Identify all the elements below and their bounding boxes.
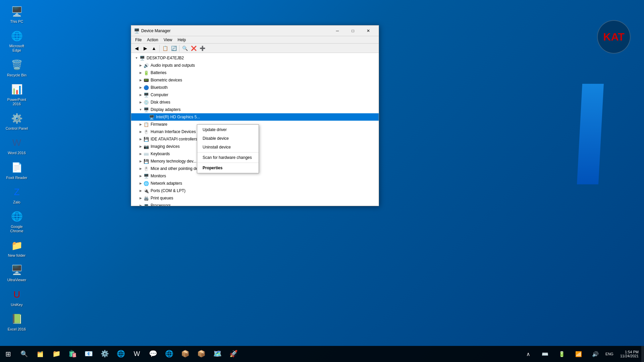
biometric-expander: ▶ bbox=[138, 77, 143, 83]
taskbar-app-store[interactable]: 🛍️ bbox=[64, 346, 80, 362]
menu-view[interactable]: View bbox=[161, 36, 175, 44]
desktop-icon-excel[interactable]: 📗 Excel 2016 bbox=[3, 311, 30, 333]
desktop-icon-google-chrome[interactable]: 🌐 Google Chrome bbox=[3, 208, 30, 235]
ctx-sep1 bbox=[197, 152, 259, 153]
desktop-icon-ultraviewer[interactable]: 🖥️ UltraViewer bbox=[3, 262, 30, 284]
desktop-icon-microsoft-edge[interactable]: 🌐 Microsoft Edge bbox=[3, 28, 30, 54]
tree-item-computer[interactable]: ▶ 🖥️ Computer bbox=[131, 91, 379, 99]
new-folder-icon: 📁 bbox=[10, 239, 23, 252]
taskbar-task-view[interactable]: 🗂️ bbox=[32, 346, 48, 362]
tree-item-monitors[interactable]: ▶ 🖥️ Monitors bbox=[131, 172, 379, 180]
display-label: Display adapters bbox=[151, 107, 180, 112]
taskbar-app-rocket[interactable]: 🚀 bbox=[225, 346, 241, 362]
tree-item-ports[interactable]: ▶ 🔌 Ports (COM & LPT) bbox=[131, 187, 379, 194]
excel-icon: 📗 bbox=[10, 312, 23, 326]
intel-icon: 🖥️ bbox=[149, 114, 155, 120]
desktop-icon-zalo[interactable]: Z Zalo bbox=[3, 184, 30, 206]
print-label: Print queues bbox=[151, 196, 173, 200]
taskbar-app-pkg1[interactable]: 📦 bbox=[177, 346, 193, 362]
show-desktop-button[interactable] bbox=[641, 346, 644, 362]
taskbar-app-edge[interactable]: 🌐 bbox=[113, 346, 129, 362]
minimize-button[interactable]: ─ bbox=[330, 25, 345, 36]
powerpoint-icon: 📊 bbox=[10, 83, 23, 96]
tree-root[interactable]: ▼ 🖥️ DESKTOP-E47EJB2 bbox=[131, 54, 379, 62]
maximize-button[interactable]: □ bbox=[345, 25, 361, 36]
toolbar-scan[interactable]: 🔍 bbox=[181, 44, 189, 52]
menu-action[interactable]: Action bbox=[144, 36, 161, 44]
display-icon: 🖥️ bbox=[143, 107, 149, 113]
ctx-uninstall-device[interactable]: Uninstall device bbox=[197, 143, 259, 152]
tree-item-bluetooth[interactable]: ▶ 🔵 Bluetooth bbox=[131, 84, 379, 91]
taskbar-clock[interactable]: 1:54 PM 11/24/2021 bbox=[618, 350, 641, 358]
control-panel-icon: ⚙️ bbox=[10, 112, 23, 125]
tree-item-processors[interactable]: ▶ 💻 Processors bbox=[131, 202, 379, 206]
desktop-icon-word[interactable]: W Word 2016 bbox=[3, 135, 30, 157]
kat-logo: KAT bbox=[597, 20, 631, 54]
tree-item-intel-hd[interactable]: 🖥️ Intel(R) HD Graphics 5... bbox=[131, 113, 379, 121]
desktop-icon-new-folder[interactable]: 📁 New folder bbox=[3, 237, 30, 259]
desktop-icon-foxit[interactable]: 📄 Foxit Reader bbox=[3, 160, 30, 181]
word-icon: W bbox=[10, 136, 23, 149]
tray-show-hidden[interactable]: ∧ bbox=[520, 346, 536, 362]
tree-item-network[interactable]: ▶ 🌐 Network adapters bbox=[131, 180, 379, 187]
desktop-icon-this-pc[interactable]: 🖥️ This PC bbox=[3, 3, 30, 25]
tray-battery[interactable]: 🔋 bbox=[554, 346, 570, 362]
start-button[interactable]: ⊞ bbox=[0, 346, 16, 362]
toolbar-update[interactable]: 🔄 bbox=[170, 44, 178, 52]
menu-help[interactable]: Help bbox=[175, 36, 189, 44]
tree-item-disk[interactable]: ▶ 💿 Disk drives bbox=[131, 99, 379, 106]
desktop-icon-powerpoint[interactable]: 📊 PowerPoint 2016 bbox=[3, 81, 30, 108]
ctx-disable-device[interactable]: Disable device bbox=[197, 134, 259, 143]
clock-time: 1:54 PM bbox=[625, 350, 639, 354]
tree-item-audio[interactable]: ▶ 🔊 Audio inputs and outputs bbox=[131, 62, 379, 69]
control-panel-label: Control Panel bbox=[6, 126, 28, 131]
disk-icon: 💿 bbox=[143, 99, 149, 105]
taskbar-app-explorer[interactable]: 📁 bbox=[48, 346, 64, 362]
menubar: File Action View Help bbox=[131, 36, 379, 44]
tree-item-display[interactable]: ▼ 🖥️ Display adapters bbox=[131, 106, 379, 113]
desktop-icon-unikey[interactable]: U UniKey bbox=[3, 287, 30, 308]
taskbar-app-mail[interactable]: 📧 bbox=[80, 346, 97, 362]
toolbar-back[interactable]: ◀ bbox=[132, 44, 141, 52]
desktop-icon-control-panel[interactable]: ⚙️ Control Panel bbox=[3, 110, 30, 132]
taskbar: ⊞ 🔍 🗂️ 📁 🛍️ 📧 ⚙️ 🌐 W 💬 🌐 📦 📦 🗺️ 🚀 ∧ ⌨️ 🔋… bbox=[0, 346, 644, 362]
desktop-icon-recycle-bin[interactable]: 🗑️ Recycle Bin bbox=[3, 57, 30, 79]
tree-item-print[interactable]: ▶ 🖨️ Print queues bbox=[131, 194, 379, 202]
close-button[interactable]: ✕ bbox=[361, 25, 376, 36]
toolbar-forward[interactable]: ▶ bbox=[141, 44, 149, 52]
monitors-expander: ▶ bbox=[138, 173, 143, 179]
taskbar-app-zalo[interactable]: 💬 bbox=[145, 346, 161, 362]
device-manager-window: 🖥️ Device Manager ─ □ ✕ File Action View… bbox=[131, 25, 379, 206]
toolbar-up[interactable]: ▲ bbox=[150, 44, 158, 52]
ctx-properties[interactable]: Properties bbox=[197, 164, 259, 172]
taskbar-search[interactable]: 🔍 bbox=[16, 346, 32, 362]
window-title: Device Manager bbox=[141, 28, 330, 33]
ctx-scan-hardware[interactable]: Scan for hardware changes bbox=[197, 153, 259, 162]
taskbar-app-maps[interactable]: 🗺️ bbox=[209, 346, 225, 362]
taskbar-app-word[interactable]: W bbox=[129, 346, 145, 362]
taskbar-app-settings[interactable]: ⚙️ bbox=[97, 346, 113, 362]
taskbar-app-pkg2[interactable]: 📦 bbox=[193, 346, 209, 362]
tray-network[interactable]: 📶 bbox=[571, 346, 587, 362]
tree-item-batteries[interactable]: ▶ 🔋 Batteries bbox=[131, 69, 379, 76]
decorative-shape bbox=[577, 84, 604, 184]
ports-expander: ▶ bbox=[138, 188, 143, 193]
ultraviewer-icon: 🖥️ bbox=[10, 263, 23, 277]
taskbar-app-chrome[interactable]: 🌐 bbox=[161, 346, 177, 362]
memory-icon: 💾 bbox=[143, 158, 149, 164]
tree-item-biometric[interactable]: ▶ 📟 Biometric devices bbox=[131, 76, 379, 84]
ultraviewer-label: UltraViewer bbox=[7, 278, 26, 282]
toolbar-properties[interactable]: 📋 bbox=[161, 44, 169, 52]
menu-file[interactable]: File bbox=[132, 36, 144, 44]
recycle-bin-label: Recycle Bin bbox=[7, 73, 26, 77]
ctx-update-driver[interactable]: Update driver bbox=[197, 125, 259, 134]
memory-expander: ▶ bbox=[138, 159, 143, 164]
tray-volume[interactable]: 🔊 bbox=[587, 346, 603, 362]
toolbar-add[interactable]: ➕ bbox=[198, 44, 206, 52]
tray-keyboard[interactable]: ⌨️ bbox=[537, 346, 553, 362]
toolbar-remove[interactable]: ❌ bbox=[190, 44, 198, 52]
toolbar: ◀ ▶ ▲ 📋 🔄 🔍 ❌ ➕ bbox=[131, 44, 379, 53]
biometric-label: Biometric devices bbox=[151, 78, 182, 82]
ide-icon: 💾 bbox=[143, 136, 149, 142]
this-pc-icon: 🖥️ bbox=[10, 5, 23, 18]
